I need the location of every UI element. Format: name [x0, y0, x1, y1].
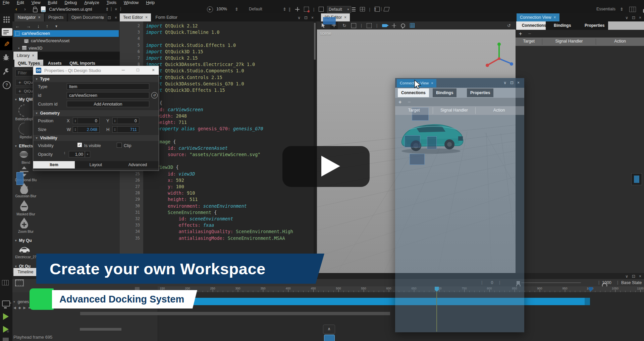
tab-layout[interactable]: Layout: [75, 161, 117, 168]
minimize-icon[interactable]: ─: [122, 68, 125, 72]
next-keyframe-icon[interactable]: ▶: [23, 306, 26, 310]
close-pane-icon[interactable]: ×: [517, 80, 520, 85]
tab-properties[interactable]: Properties: [467, 88, 493, 97]
help-icon[interactable]: ?: [3, 81, 11, 89]
close-pane-icon[interactable]: ×: [115, 15, 117, 20]
menu-file[interactable]: File: [3, 0, 9, 5]
welcome-mode-icon[interactable]: [2, 28, 12, 36]
bounds-icon[interactable]: [319, 7, 324, 12]
filter-icon[interactable]: ▼: [55, 24, 58, 28]
section-my-quick3d[interactable]: ▾My Qu: [15, 238, 32, 243]
menu-window[interactable]: Window: [124, 0, 139, 5]
camera-icon[interactable]: [382, 24, 387, 27]
is-visible-checkbox[interactable]: ✓: [77, 143, 82, 147]
close-icon[interactable]: ×: [431, 79, 433, 87]
reset-view-icon[interactable]: ↺: [507, 23, 511, 28]
add-connection-icon[interactable]: +: [398, 99, 401, 105]
properties-titlebar[interactable]: DS Properties - Qt Design Studio ─ □ ×: [33, 66, 159, 75]
h-field[interactable]: ▴▾711: [112, 126, 139, 133]
tab-library[interactable]: Library×: [13, 52, 38, 60]
close-pane-icon[interactable]: ×: [639, 15, 641, 20]
scale-tool-icon[interactable]: [351, 23, 356, 28]
close-icon[interactable]: ×: [32, 52, 34, 60]
batterydisplay-icon[interactable]: [16, 102, 33, 119]
rows-icon[interactable]: [352, 7, 356, 11]
electriccar-icon[interactable]: [18, 245, 31, 255]
blend-icon[interactable]: [18, 150, 29, 159]
col-target[interactable]: Target: [395, 108, 433, 113]
editor-scrollbar-thumb[interactable]: [314, 23, 316, 60]
col-signal-handler[interactable]: Signal Handler: [433, 108, 475, 113]
rotate-tool-icon[interactable]: ↻: [342, 23, 346, 28]
tab-connection-view[interactable]: Connection View×: [517, 13, 559, 21]
float-pane-icon[interactable]: ⊡: [632, 274, 635, 279]
gaussian-blur-icon[interactable]: [20, 183, 29, 194]
rpmdial-icon[interactable]: [16, 120, 33, 137]
move-anchor-icon[interactable]: [295, 7, 300, 11]
nav-left-icon[interactable]: ←: [15, 23, 20, 29]
state-selector[interactable]: Base State: [621, 280, 642, 285]
nav-right-icon[interactable]: →: [26, 23, 31, 29]
timeline-section-bar[interactable]: [80, 328, 121, 331]
zoom-level[interactable]: 100%: [216, 7, 227, 11]
tab-bindings[interactable]: Bindings: [550, 21, 574, 30]
remove-connection-icon[interactable]: −: [528, 31, 531, 37]
tab-form-editor[interactable]: Form Editor: [152, 13, 181, 21]
section-effects[interactable]: ▾Effects: [15, 144, 33, 148]
float-pane-icon[interactable]: ⊡: [632, 15, 635, 20]
views-icon[interactable]: [629, 7, 636, 12]
grid-layout-icon[interactable]: [360, 7, 365, 11]
float-pane-icon[interactable]: ⊡: [510, 80, 514, 85]
close-document-icon[interactable]: ×: [115, 7, 117, 12]
align-view-icon[interactable]: [392, 23, 396, 28]
tab-properties[interactable]: Properties: [581, 21, 608, 30]
selection-icon[interactable]: [304, 7, 309, 12]
menu-edit[interactable]: Edit: [17, 0, 24, 5]
collapse-pane-icon[interactable]: ∨: [298, 15, 301, 20]
kit-selector-icon[interactable]: [2, 300, 10, 306]
w-field[interactable]: ▴▾2.048: [73, 126, 100, 133]
close-window-icon[interactable]: ×: [152, 67, 155, 73]
tab-navigator[interactable]: Navigator×: [14, 13, 44, 21]
autohide-tab[interactable]: [631, 173, 642, 185]
opacity-field[interactable]: 1,00: [69, 151, 85, 157]
expander-icon[interactable]: ▾: [18, 47, 20, 50]
masked-blur-icon[interactable]: [20, 200, 29, 211]
menu-tools[interactable]: Tools: [107, 0, 116, 5]
tab-text-editor[interactable]: Text Editor×: [120, 13, 151, 21]
prev-keyframe-icon[interactable]: ◀: [13, 306, 16, 310]
col-target[interactable]: Target: [516, 39, 542, 44]
workspace-dropdown[interactable]: Default ▼: [327, 6, 351, 13]
style-selector[interactable]: Default: [249, 7, 262, 11]
combo-spinner-icon[interactable]: ⇕: [373, 7, 377, 12]
section-my-qml[interactable]: ▾My QM: [15, 97, 33, 102]
timeline-end-value[interactable]: 1000: [602, 280, 611, 285]
run-button[interactable]: [3, 313, 9, 320]
float-pane-icon[interactable]: ⊡: [304, 15, 308, 20]
tree-row-carviewscreenasset[interactable]: carViewScreenAsset: [13, 38, 119, 44]
design-mode-active[interactable]: ✎: [0, 38, 12, 50]
menu-debug[interactable]: Debug: [64, 0, 77, 5]
collapse-pane-icon[interactable]: ∨: [101, 15, 104, 20]
add-connection-icon[interactable]: +: [519, 31, 522, 37]
panel-grid-icon[interactable]: [2, 280, 9, 285]
timeline-settings-icon[interactable]: [15, 279, 24, 287]
close-pane-icon[interactable]: ×: [311, 15, 314, 20]
collapse-pane-icon[interactable]: ∨: [625, 15, 628, 20]
close-pane-icon[interactable]: ×: [639, 274, 641, 279]
transform-icon[interactable]: [383, 7, 389, 11]
track-end-cap[interactable]: [585, 298, 590, 305]
collapse-pane-icon[interactable]: ∨: [503, 80, 506, 85]
tab-projects[interactable]: Projects: [45, 13, 67, 21]
x-field[interactable]: ▴▾0: [73, 118, 100, 124]
type-field[interactable]: Item: [67, 83, 149, 90]
close-icon[interactable]: ×: [344, 13, 346, 21]
section-type[interactable]: ▾Type: [33, 76, 159, 82]
menu-analyze[interactable]: Analyze: [84, 0, 99, 5]
add-annotation-button[interactable]: Add Annotation: [67, 101, 149, 107]
lock-icon[interactable]: [33, 8, 38, 12]
tree-row-carviewscreen[interactable]: carViewScreen: [13, 30, 119, 37]
timeline-section-bar[interactable]: [80, 312, 390, 315]
tools-wrench-icon[interactable]: [2, 68, 10, 75]
collapse-pane-icon[interactable]: ∨: [625, 274, 628, 279]
